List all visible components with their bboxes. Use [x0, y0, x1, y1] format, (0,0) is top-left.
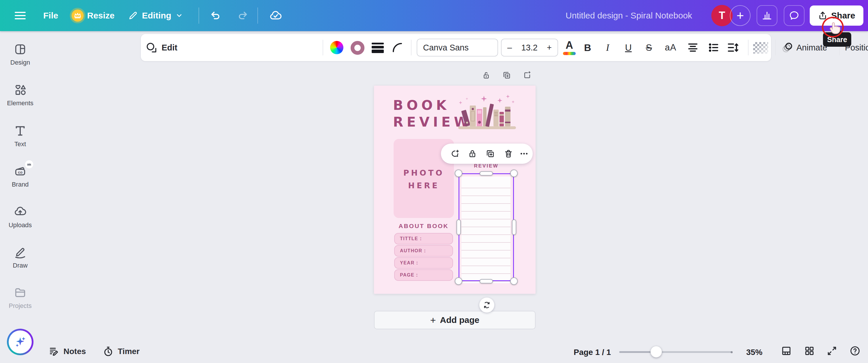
field-author[interactable]: AUTHOR :: [394, 245, 453, 257]
timer-icon: [103, 346, 114, 357]
book-review-title[interactable]: BOOK REVIEW: [393, 97, 459, 130]
notes-button[interactable]: Notes: [49, 346, 86, 357]
bulleted-list-button[interactable]: [708, 34, 720, 61]
field-page[interactable]: PAGE :: [394, 269, 453, 281]
field-label: YEAR :: [400, 260, 418, 266]
edit-button[interactable]: Edit: [146, 34, 178, 61]
selection-handle-bottom-right[interactable]: [510, 277, 518, 285]
selection-handle-top[interactable]: [479, 171, 493, 175]
alignment-button[interactable]: [687, 34, 699, 61]
animate-icon: [782, 42, 794, 53]
notes-label: Notes: [63, 347, 86, 356]
font-name: Canva Sans: [423, 43, 469, 53]
toolbar-divider: [775, 40, 776, 55]
context-toolbar: Edit Canva Sans – 13.2 + A B I U S aA: [141, 34, 771, 61]
draw-icon: [0, 245, 40, 260]
ai-assistant-button[interactable]: [9, 330, 32, 354]
zoom-percentage[interactable]: 35%: [746, 348, 763, 357]
notes-icon: [49, 346, 59, 357]
sidebar-item-draw[interactable]: Draw: [0, 245, 40, 277]
pages-view-icon[interactable]: [781, 345, 793, 357]
comment-add-icon[interactable]: [451, 149, 460, 158]
avatar[interactable]: T: [711, 5, 733, 26]
page-duplicate-icon[interactable]: [502, 71, 511, 79]
add-page-button[interactable]: + Add page: [374, 311, 535, 329]
text-case-button[interactable]: aA: [665, 34, 676, 61]
underline-button[interactable]: U: [625, 34, 632, 61]
timer-button[interactable]: Timer: [103, 346, 140, 357]
page-export-icon[interactable]: [523, 71, 531, 79]
review-section-label[interactable]: REVIEW: [459, 163, 514, 169]
italic-button[interactable]: I: [606, 34, 609, 61]
toolbar-divider: [748, 40, 748, 55]
about-book-label[interactable]: ABOUT BOOK: [394, 223, 453, 230]
status-bar: Notes Timer Page 1 / 1 35%: [0, 341, 868, 363]
help-icon[interactable]: [849, 345, 861, 357]
chevron-down-icon: [176, 12, 183, 19]
projects-icon: [0, 286, 40, 300]
sidebar-item-elements[interactable]: Elements: [0, 83, 40, 115]
grid-view-icon[interactable]: [804, 345, 815, 357]
selection-box[interactable]: [459, 173, 514, 281]
title-line-2: REVIEW: [393, 113, 459, 130]
field-year[interactable]: YEAR :: [394, 257, 453, 269]
more-options-icon[interactable]: [519, 149, 529, 158]
add-member-button[interactable]: +: [730, 5, 750, 26]
bold-button[interactable]: B: [584, 34, 591, 61]
resize-button[interactable]: Resize: [71, 8, 115, 23]
fill-color-wheel-icon[interactable]: [330, 41, 343, 54]
undo-button[interactable]: [207, 8, 223, 23]
line-weight-icon[interactable]: [372, 43, 384, 53]
lock-icon[interactable]: [468, 149, 477, 158]
file-menu-button[interactable]: File: [43, 8, 58, 23]
transparency-icon[interactable]: [753, 42, 768, 54]
sidebar-item-design[interactable]: Design: [0, 42, 40, 74]
text-color-button[interactable]: A: [563, 34, 576, 61]
menu-icon[interactable]: [13, 8, 28, 23]
curve-icon[interactable]: [391, 41, 403, 54]
sidebar-item-text[interactable]: Text: [0, 124, 40, 156]
selection-handle-bottom[interactable]: [479, 279, 493, 284]
duplicate-icon[interactable]: [486, 149, 495, 158]
border-color-icon[interactable]: [351, 41, 365, 55]
sidebar-item-brand[interactable]: co Brand: [0, 164, 40, 196]
selection-handle-bottom-left[interactable]: [455, 277, 462, 285]
sidebar-item-uploads[interactable]: Uploads: [0, 205, 40, 237]
strikethrough-button[interactable]: S: [646, 34, 652, 61]
sidebar-label: Uploads: [0, 222, 40, 229]
zoom-slider-end-dot: [731, 351, 733, 353]
photo-line-2: HERE: [394, 179, 454, 192]
animate-label: Animate: [797, 43, 827, 53]
books-illustration-icon[interactable]: [457, 94, 518, 131]
cloud-saved-icon[interactable]: [267, 7, 284, 24]
edit-shape-icon: [146, 41, 158, 54]
file-label: File: [43, 11, 58, 21]
sidebar: Design Elements Text co Brand Upload: [0, 31, 40, 363]
font-size-value[interactable]: 13.2: [521, 43, 537, 53]
redo-button[interactable]: [235, 8, 251, 23]
font-family-selector[interactable]: Canva Sans: [417, 39, 498, 57]
selection-handle-top-right[interactable]: [510, 169, 518, 177]
page-indicator[interactable]: Page 1 / 1: [574, 348, 611, 357]
selection-handle-right[interactable]: [512, 220, 516, 235]
text-color-rainbow-bar: [563, 52, 576, 55]
editing-mode-dropdown[interactable]: Editing: [128, 8, 183, 23]
comments-icon[interactable]: [784, 5, 805, 26]
animate-button[interactable]: Animate: [782, 34, 827, 61]
insights-chart-icon[interactable]: [756, 5, 777, 26]
font-size-increase[interactable]: +: [547, 43, 552, 53]
line-spacing-button[interactable]: [726, 34, 739, 61]
selection-handle-left[interactable]: [457, 220, 461, 235]
rotate-page-button[interactable]: [479, 298, 494, 312]
fullscreen-icon[interactable]: [827, 345, 838, 357]
document-title[interactable]: Untitled design - Spiral Notebook: [566, 11, 701, 21]
font-size-stepper[interactable]: – 13.2 +: [501, 39, 558, 57]
trash-icon[interactable]: [504, 149, 513, 158]
selection-handle-top-left[interactable]: [455, 169, 462, 177]
field-title[interactable]: TITTLE :: [394, 233, 453, 244]
sidebar-item-projects[interactable]: Projects: [0, 286, 40, 318]
zoom-slider-thumb[interactable]: [650, 346, 662, 358]
design-icon: [0, 42, 40, 57]
font-size-decrease[interactable]: –: [507, 43, 512, 53]
page-unlock-icon[interactable]: [482, 71, 491, 79]
